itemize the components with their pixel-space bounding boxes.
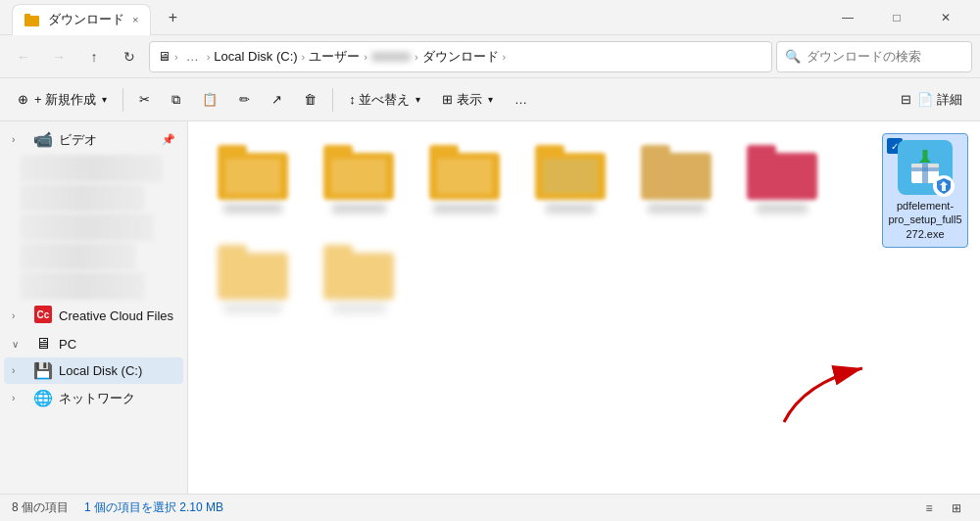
sidebar: › 📹 ビデオ 📌 › Cc Creative Cloud Files (0, 121, 188, 494)
grid-view-button[interactable]: ⊞ (945, 497, 968, 520)
search-input[interactable] (807, 49, 971, 64)
cut-button[interactable]: ✂ (129, 86, 160, 113)
folder-item-5[interactable] (627, 137, 725, 221)
delete-icon: 🗑 (304, 92, 317, 107)
copy-icon: ⧉ (172, 92, 180, 108)
chevron-icon: › (12, 365, 27, 376)
sidebar-item-local-disk[interactable]: › 💾 Local Disk (C:) (4, 357, 183, 384)
breadcrumb-this-pc[interactable]: 🖥 (158, 49, 171, 64)
back-button[interactable]: ← (8, 41, 39, 72)
rename-icon: ✏ (239, 92, 250, 107)
up-button[interactable]: ↑ (78, 41, 110, 72)
tab-title: ダウンロード (48, 11, 124, 28)
details-icon: ⊟ (901, 92, 911, 107)
close-button[interactable]: ✕ (923, 2, 968, 33)
cut-icon: ✂ (139, 92, 150, 107)
chevron-down-icon: ∨ (12, 339, 27, 350)
view-icons: ≡ ⊞ (917, 497, 968, 520)
main-layout: › 📹 ビデオ 📌 › Cc Creative Cloud Files (0, 121, 980, 494)
breadcrumb-users[interactable]: ユーザー (309, 48, 360, 66)
refresh-button[interactable]: ↻ (114, 41, 145, 72)
svg-rect-6 (922, 164, 928, 183)
folder-item-6[interactable] (733, 137, 831, 221)
folder-item-7[interactable] (204, 237, 302, 321)
minimize-button[interactable]: — (825, 2, 870, 33)
chevron-icon: › (12, 393, 27, 403)
svg-rect-7 (911, 167, 939, 171)
toolbar: ⊕ + 新規作成 ▾ ✂ ⧉ 📋 ✏ ↗ 🗑 ↕ 並べ替え ▾ ⊞ 表示 ▾ …… (0, 78, 980, 121)
folder-item-2[interactable] (310, 137, 408, 221)
tab-close-button[interactable]: × (132, 14, 138, 25)
svg-rect-1 (24, 14, 30, 18)
item-count: 8 個の項目 (12, 499, 69, 516)
folder-item-1[interactable] (204, 137, 302, 221)
breadcrumb-user[interactable] (371, 52, 411, 62)
chevron-icon: › (12, 134, 27, 145)
content-area[interactable]: ✓ (188, 121, 980, 494)
breadcrumb-local-disk[interactable]: Local Disk (C:) (214, 49, 297, 64)
file-grid-row2 (204, 237, 964, 321)
pin-icon: 📌 (162, 133, 175, 146)
forward-button[interactable]: → (43, 41, 74, 72)
breadcrumb-downloads[interactable]: ダウンロード (422, 48, 499, 66)
delete-button[interactable]: 🗑 (294, 86, 326, 113)
svg-text:Cc: Cc (37, 309, 50, 320)
pc-icon: 🖥 (33, 335, 53, 353)
breadcrumb-more[interactable]: … (182, 49, 203, 64)
exe-icon (898, 140, 953, 195)
sort-button[interactable]: ↕ 並べ替え ▾ (339, 85, 430, 115)
sidebar-item-pc[interactable]: ∨ 🖥 PC (4, 331, 183, 356)
new-icon: ⊕ (18, 92, 28, 107)
paste-button[interactable]: 📋 (192, 86, 227, 113)
toolbar-divider-2 (332, 88, 333, 112)
creative-cloud-icon: Cc (33, 306, 53, 326)
share-button[interactable]: ↗ (262, 86, 292, 113)
search-box[interactable]: 🔍 (776, 41, 972, 72)
sidebar-item-video[interactable]: › 📹 ビデオ 📌 (4, 126, 183, 153)
rename-button[interactable]: ✏ (229, 86, 260, 113)
network-icon: 🌐 (33, 389, 53, 407)
share-icon: ↗ (271, 92, 282, 107)
new-tab-button[interactable]: + (159, 4, 186, 31)
active-tab[interactable]: ダウンロード × (12, 4, 151, 35)
new-button[interactable]: ⊕ + 新規作成 ▾ (8, 85, 117, 115)
arrow-indicator (774, 354, 892, 435)
paste-icon: 📋 (202, 92, 218, 107)
sidebar-item-network[interactable]: › 🌐 ネットワーク (4, 385, 183, 411)
file-grid (204, 137, 964, 221)
view-button[interactable]: ⊞ 表示 ▾ (432, 85, 503, 115)
toolbar-divider-1 (122, 88, 123, 112)
search-icon: 🔍 (785, 49, 801, 64)
file-name: pdfelement-pro_setup_full5272.exe (887, 199, 963, 241)
svg-rect-9 (923, 150, 928, 163)
selected-file-item[interactable]: ✓ (882, 133, 968, 248)
selected-info: 1 個の項目を選択 2.10 MB (84, 499, 223, 516)
details-button[interactable]: ⊟ 📄 詳細 (891, 85, 972, 115)
folder-item-8[interactable] (310, 237, 408, 321)
breadcrumb-bar[interactable]: 🖥 › … › Local Disk (C:) › ユーザー › › ダウンロー… (149, 41, 772, 72)
video-icon: 📹 (33, 130, 53, 149)
folder-item-4[interactable] (521, 137, 619, 221)
folder-icon (24, 12, 40, 27)
maximize-button[interactable]: □ (874, 2, 919, 33)
copy-button[interactable]: ⧉ (162, 86, 190, 114)
blurred-sidebar-group (4, 155, 183, 300)
window-controls: — □ ✕ (825, 2, 968, 33)
status-bar: 8 個の項目 1 個の項目を選択 2.10 MB ≡ ⊞ (0, 494, 980, 521)
more-button[interactable]: … (505, 86, 537, 113)
sidebar-item-creative-cloud[interactable]: › Cc Creative Cloud Files (4, 302, 183, 330)
list-view-button[interactable]: ≡ (917, 497, 941, 520)
disk-icon: 💾 (33, 361, 53, 380)
chevron-icon: › (12, 310, 27, 321)
folder-item-3[interactable] (416, 137, 514, 221)
address-bar: ← → ↑ ↻ 🖥 › … › Local Disk (C:) › ユーザー ›… (0, 35, 980, 78)
title-bar: ダウンロード × + — □ ✕ (0, 0, 980, 35)
